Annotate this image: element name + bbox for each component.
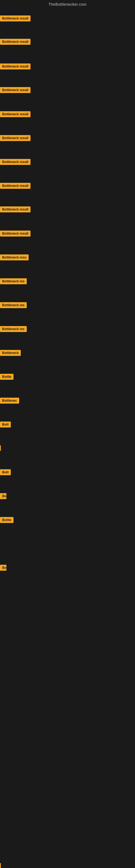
bottleneck-row-9: Bottleneck result [0, 207, 31, 214]
bottleneck-badge-9[interactable]: Bottleneck result [0, 207, 31, 212]
bottleneck-badge-7[interactable]: Bottleneck result [0, 159, 31, 165]
cursor-line-1 [0, 445, 1, 451]
bottleneck-badge-8[interactable]: Bottleneck result [0, 183, 31, 189]
bottleneck-row-22: Bo [0, 565, 6, 572]
bottleneck-row-2: Bottleneck result [0, 39, 31, 46]
bottleneck-badge-13[interactable]: Bottleneck res [0, 302, 27, 308]
bottleneck-row-5: Bottleneck result [0, 111, 31, 118]
bottleneck-badge-11[interactable]: Bottleneck resu [0, 254, 29, 260]
bottleneck-badge-17[interactable]: Bottlenec [0, 398, 19, 404]
bottleneck-row-21: Bottle [0, 517, 13, 524]
bottleneck-badge-19[interactable]: Bott [0, 469, 11, 475]
bottleneck-badge-3[interactable]: Bottleneck result [0, 63, 31, 69]
bottleneck-row-12: Bottleneck res [0, 278, 27, 285]
bottleneck-row-19: Bott [0, 469, 11, 476]
bottleneck-row-13: Bottleneck res [0, 302, 27, 309]
bottleneck-row-15: Bottleneck [0, 350, 21, 357]
bottleneck-row-20: Bo [0, 493, 6, 500]
bottleneck-row-4: Bottleneck result [0, 87, 31, 94]
bottleneck-badge-2[interactable]: Bottleneck result [0, 39, 31, 45]
bottleneck-badge-16[interactable]: Bottle [0, 374, 13, 380]
bottleneck-row-14: Bottleneck res [0, 326, 27, 333]
bottleneck-row-10: Bottleneck result [0, 230, 31, 238]
bottleneck-badge-1[interactable]: Bottleneck result [0, 16, 31, 22]
bottleneck-badge-12[interactable]: Bottleneck res [0, 278, 27, 284]
bottleneck-row-1: Bottleneck result [0, 16, 31, 23]
bottleneck-badge-6[interactable]: Bottleneck result [0, 135, 31, 141]
site-title: TheBottlenecker.com [0, 0, 135, 9]
bottleneck-row-18: Bott [0, 422, 11, 429]
bottleneck-row-7: Bottleneck result [0, 159, 31, 166]
bottleneck-badge-15[interactable]: Bottleneck [0, 350, 21, 356]
bottleneck-row-6: Bottleneck result [0, 135, 31, 142]
bottleneck-badge-22[interactable]: Bo [0, 565, 6, 571]
bottleneck-badge-18[interactable]: Bott [0, 422, 11, 428]
bottleneck-row-17: Bottlenec [0, 398, 19, 405]
bottleneck-badge-20[interactable]: Bo [0, 493, 6, 499]
bottleneck-badge-21[interactable]: Bottle [0, 517, 13, 523]
bottleneck-badge-14[interactable]: Bottleneck res [0, 326, 27, 332]
bottleneck-badge-10[interactable]: Bottleneck result [0, 230, 31, 237]
bottleneck-row-3: Bottleneck result [0, 63, 31, 70]
bottleneck-row-11: Bottleneck resu [0, 254, 29, 261]
bottleneck-badge-4[interactable]: Bottleneck result [0, 87, 31, 93]
bottleneck-row-8: Bottleneck result [0, 183, 31, 190]
cursor-line-2 [0, 863, 1, 868]
bottleneck-row-16: Bottle [0, 374, 13, 381]
bottleneck-badge-5[interactable]: Bottleneck result [0, 111, 31, 117]
